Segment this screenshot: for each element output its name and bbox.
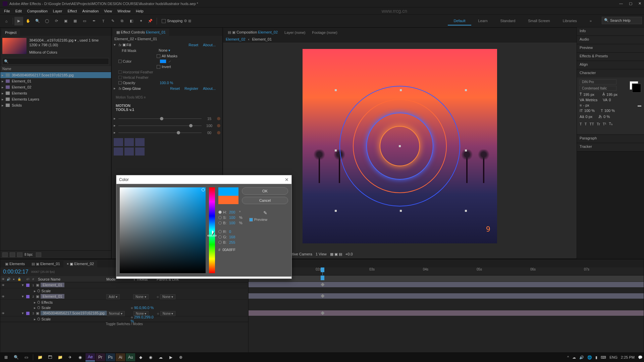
app-icon-7[interactable]: ⊕ xyxy=(176,353,185,361)
workspace-default[interactable]: Default xyxy=(448,17,472,25)
after-effects-icon[interactable]: Ae xyxy=(86,353,95,361)
motion-tools-slider[interactable]: ▸15 xyxy=(112,115,222,122)
menu-composition[interactable]: Composition xyxy=(24,8,50,14)
stroke-color-swatch[interactable] xyxy=(632,83,641,93)
app-icon-5[interactable]: ☁ xyxy=(156,353,165,361)
app-icon-6[interactable]: ▶ xyxy=(166,353,175,361)
tray-battery-icon[interactable]: ▮ xyxy=(595,355,597,360)
exposure-value[interactable]: +0.0 xyxy=(345,252,353,256)
new-comp-icon[interactable] xyxy=(17,252,22,257)
tl-tab-elements[interactable]: ▣ Elements xyxy=(2,260,28,267)
brush-tool-icon[interactable]: ✎ xyxy=(108,17,117,25)
eyedropper-icon[interactable]: ⟋ xyxy=(168,59,172,63)
camera-tool-icon[interactable]: ▣ xyxy=(61,17,70,25)
workspace-more-icon[interactable]: » xyxy=(584,17,598,25)
hex-value[interactable]: 00A8FF xyxy=(222,248,235,252)
tray-network-icon[interactable]: 🌐 xyxy=(587,355,592,360)
font-style-dropdown[interactable]: Condensed Italic xyxy=(580,86,616,91)
premiere-icon[interactable]: Pr xyxy=(96,353,105,361)
tray-volume-icon[interactable]: 🔊 xyxy=(579,355,584,360)
tl-tab-element02[interactable]: × ▣ Element_02 xyxy=(63,260,97,267)
project-item[interactable]: ▸Element_02 xyxy=(0,84,111,90)
timeline-ruler[interactable]: 01s02s03s04s05s06s07s xyxy=(249,267,644,276)
chrome-icon[interactable]: ◉ xyxy=(75,353,85,361)
g-value[interactable]: 168 xyxy=(229,235,238,239)
trash-icon[interactable] xyxy=(36,252,41,257)
layer-duration-bar[interactable] xyxy=(249,282,644,287)
type-tool-icon[interactable]: T xyxy=(99,17,108,25)
effect-controls-tab[interactable]: ▤ Effect Controls Element_01 xyxy=(113,29,169,36)
opacity-value[interactable]: 100.0 % xyxy=(160,81,173,85)
menu-view[interactable]: View xyxy=(101,8,115,14)
selection-tool-icon[interactable]: ▶ xyxy=(14,17,23,25)
project-item[interactable]: ▸Elements xyxy=(0,90,111,96)
fx-about-link[interactable]: About... xyxy=(203,43,216,47)
app-icon-2[interactable]: 📁 xyxy=(55,353,65,361)
timeline-property-row[interactable]: ▸ÖScale⟐ 299.0,299.0 % xyxy=(0,316,248,322)
pen-tool-icon[interactable]: ✒ xyxy=(90,17,98,25)
menu-effect[interactable]: Effect xyxy=(65,8,79,14)
effects-presets-tab[interactable]: Effects & Presets xyxy=(577,53,644,61)
app-icon-1[interactable]: 🗔 xyxy=(45,353,55,361)
all-masks-check[interactable] xyxy=(157,54,160,58)
illustrator-icon[interactable]: Ai xyxy=(116,353,125,361)
timeline-timecode[interactable]: 0:00:02:17 xyxy=(0,267,31,276)
timeline-property-row[interactable]: ▸ÖScale⟐ 90.0,90.0 % xyxy=(0,305,248,310)
s-radio[interactable] xyxy=(218,216,222,219)
r-radio[interactable] xyxy=(218,230,222,233)
timeline-layer-row[interactable]: 👁▾1▣Element_01 xyxy=(0,282,248,288)
photoshop-icon[interactable]: Ps xyxy=(106,353,115,361)
tray-chevron-icon[interactable]: ^ xyxy=(567,355,569,359)
timeline-property-row[interactable]: ▸ÖEffects xyxy=(0,300,248,305)
work-area-bar[interactable] xyxy=(249,276,644,282)
snapping-toggle[interactable]: Snapping ⚙ ⊞ xyxy=(162,19,191,23)
info-panel-tab[interactable]: Info xyxy=(577,27,644,36)
tracker-panel-tab[interactable]: Tracker xyxy=(577,143,644,151)
bpc-toggle[interactable]: 8 bpc xyxy=(24,253,33,256)
project-tab[interactable]: Project xyxy=(2,29,20,36)
bv-value[interactable]: 255 xyxy=(229,240,238,244)
layer-duration-bar[interactable] xyxy=(249,310,644,316)
color-dialog-close-icon[interactable]: ✕ xyxy=(285,177,289,182)
color-field[interactable] xyxy=(120,187,206,273)
menu-help[interactable]: Help xyxy=(133,8,146,14)
layer-duration-bar[interactable] xyxy=(249,293,644,299)
home-icon[interactable]: ⌂ xyxy=(2,17,11,25)
dialog-eyedropper-icon[interactable]: ✎ xyxy=(263,210,267,216)
ok-button[interactable]: OK xyxy=(242,187,288,195)
h-radio[interactable] xyxy=(218,210,222,214)
new-folder-icon[interactable] xyxy=(10,252,15,257)
shape-tool-icon[interactable]: ▭ xyxy=(80,17,89,25)
project-item[interactable]: ▸Elements Layers xyxy=(0,96,111,102)
font-family-dropdown[interactable]: DIN Pro xyxy=(580,79,616,84)
minimize-icon[interactable]: — xyxy=(619,1,623,6)
paragraph-panel-tab[interactable]: Paragraph xyxy=(577,135,644,143)
comp-canvas[interactable]: 9 xyxy=(303,49,497,243)
character-panel-tab[interactable]: Character xyxy=(577,69,644,77)
timeline-right[interactable]: 01s02s03s04s05s06s07s xyxy=(249,267,644,352)
fill-color-swatch[interactable] xyxy=(160,59,166,63)
menu-window[interactable]: Window xyxy=(115,8,133,14)
rotate-tool-icon[interactable]: ⟳ xyxy=(52,17,61,25)
project-column-name[interactable]: Name xyxy=(0,66,111,72)
app-icon-4[interactable]: ◉ xyxy=(146,353,155,361)
av-column-icon[interactable]: 👁 xyxy=(0,278,6,281)
opacity-stopwatch-icon[interactable] xyxy=(118,81,122,84)
tray-clock[interactable]: 2:25 PM xyxy=(621,355,635,359)
tray-keyboard-icon[interactable]: ⌨ xyxy=(601,355,606,360)
tray-cloud-icon[interactable]: ☁ xyxy=(572,355,576,360)
menu-edit[interactable]: Edit xyxy=(13,8,24,14)
s-value[interactable]: 100 xyxy=(229,216,238,220)
motion-tools-slider[interactable]: ▸00 xyxy=(112,129,222,136)
preview-check[interactable] xyxy=(249,218,253,222)
playhead[interactable] xyxy=(322,267,323,275)
b-value[interactable]: 100 xyxy=(229,221,238,225)
timeline-layer-row[interactable]: 👁▾3▣38450046856217.5cee197c62185.jpgNorm… xyxy=(0,310,248,316)
motion-tools-grid[interactable] xyxy=(112,136,152,158)
comp-tab[interactable]: ▤ ▣ Composition Element_02 xyxy=(224,29,281,36)
workspace-standard[interactable]: Standard xyxy=(494,17,522,25)
timeline-layer-row[interactable]: 👁▾2▣Element_01Add ▾None ▾⟐ None ▾ xyxy=(0,294,248,300)
footage-tab[interactable]: Footage (none) xyxy=(309,29,340,36)
eraser-tool-icon[interactable]: ◧ xyxy=(127,17,136,25)
b-radio[interactable] xyxy=(218,221,222,225)
